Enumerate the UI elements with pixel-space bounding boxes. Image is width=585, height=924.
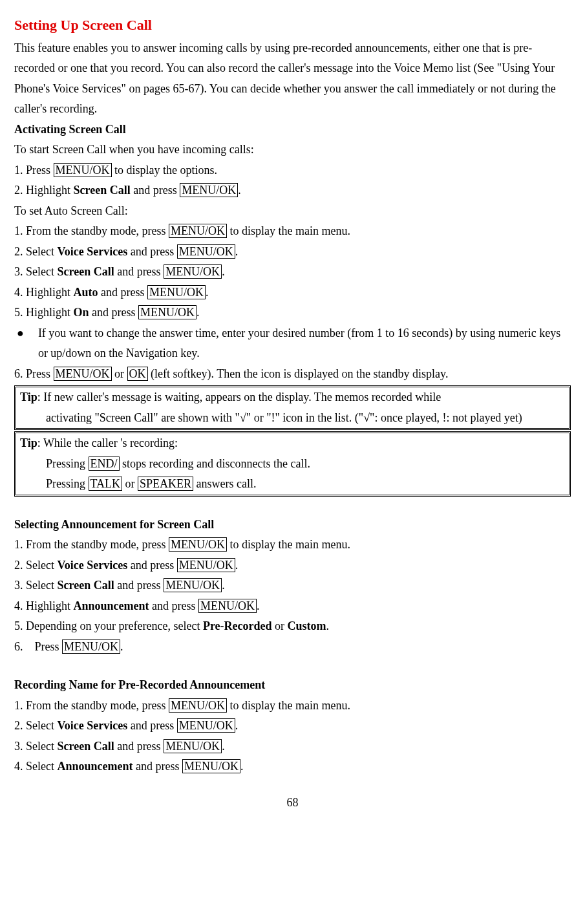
key-end: END/ xyxy=(89,457,120,471)
text: 1. From the standby mode, press xyxy=(14,224,169,237)
key-speaker: SPEAKER xyxy=(138,477,193,491)
text: and press xyxy=(127,245,176,258)
tip-box-1: Tip: If new caller's message is waiting,… xyxy=(14,385,571,430)
text: 3. Select xyxy=(14,579,57,592)
key-menuok: MENU/OK xyxy=(180,183,238,197)
sec1-line2: To set Auto Screen Call: xyxy=(14,201,571,222)
bullet-text: If you want to change the answer time, e… xyxy=(38,323,571,364)
intro-paragraph: This feature enables you to answer incom… xyxy=(14,38,571,120)
page-title: Setting Up Screen Call xyxy=(14,13,571,38)
text: and press xyxy=(127,559,176,572)
tip-box-2: Tip: While the caller 's recording: Pres… xyxy=(14,431,571,497)
text: 3. Select xyxy=(14,265,57,278)
bold-text: Screen Call xyxy=(74,184,131,197)
bold-text: Voice Services xyxy=(57,559,127,572)
sec3-step1: 1. From the standby mode, press MENU/OK … xyxy=(14,696,571,716)
text: 6. Press xyxy=(14,640,62,653)
bold-text: Announcement xyxy=(57,760,133,773)
sec2-step3: 3. Select Screen Call and press MENU/OK. xyxy=(14,575,571,596)
text: and press xyxy=(149,599,198,612)
key-menuok: MENU/OK xyxy=(54,163,112,177)
sec1-auto-step1: 1. From the standby mode, press MENU/OK … xyxy=(14,221,571,242)
bold-text: Screen Call xyxy=(57,740,114,753)
key-menuok: MENU/OK xyxy=(164,739,222,753)
text: and press xyxy=(114,579,164,592)
text: 2. Select xyxy=(14,719,57,732)
text: 5. Highlight xyxy=(14,306,74,319)
tip-line: Pressing TALK or SPEAKER answers call. xyxy=(20,474,565,495)
key-menuok: MENU/OK xyxy=(177,558,235,572)
bold-text: Announcement xyxy=(74,599,149,612)
dot: . xyxy=(235,559,239,572)
dot: . xyxy=(238,184,241,197)
key-menuok: MENU/OK xyxy=(62,639,120,654)
dot: . xyxy=(222,740,225,753)
dot: . xyxy=(206,286,209,299)
text: to display the main menu. xyxy=(227,538,350,551)
sec3-step4: 4. Select Announcement and press MENU/OK… xyxy=(14,757,571,777)
key-menuok: MENU/OK xyxy=(54,367,112,381)
sec1-auto-step3: 3. Select Screen Call and press MENU/OK. xyxy=(14,262,571,283)
bullet-icon: ● xyxy=(17,323,38,344)
text: 4. Highlight xyxy=(14,599,74,612)
text: Pressing xyxy=(46,457,89,470)
key-menuok: MENU/OK xyxy=(177,718,235,733)
text: 6. Press xyxy=(14,367,54,380)
text: 1. From the standby mode, press xyxy=(14,699,169,712)
sec3-step2: 2. Select Voice Services and press MENU/… xyxy=(14,716,571,736)
sec1-auto-step4: 4. Highlight Auto and press MENU/OK. xyxy=(14,283,571,303)
key-menuok: MENU/OK xyxy=(164,578,222,592)
sec2-step2: 2. Select Voice Services and press MENU/… xyxy=(14,555,571,576)
bullet-item: ● If you want to change the answer time,… xyxy=(14,323,571,364)
dot: . xyxy=(222,265,225,278)
text: 5. Depending on your preference, select xyxy=(14,619,203,632)
key-talk: TALK xyxy=(89,477,123,491)
sec1-step2: 2. Highlight Screen Call and press MENU/… xyxy=(14,180,571,201)
text: 3. Select xyxy=(14,740,57,753)
dot: . xyxy=(240,760,244,773)
sec1-auto-step5: 5. Highlight On and press MENU/OK. xyxy=(14,303,571,323)
key-menuok: MENU/OK xyxy=(164,264,222,279)
key-ok: OK xyxy=(127,367,148,381)
sec2-heading: Selecting Announcement for Screen Call xyxy=(14,515,571,535)
dot: . xyxy=(222,579,225,592)
sec1-step1: 1. Press MENU/OK to display the options. xyxy=(14,160,571,181)
bold-text: Screen Call xyxy=(57,579,114,592)
text: or xyxy=(112,367,127,380)
text: 2. Highlight xyxy=(14,184,74,197)
text: 4. Select xyxy=(14,760,57,773)
bold-text: Voice Services xyxy=(57,719,127,732)
text: and press xyxy=(133,760,182,773)
sec1-auto-step2: 2. Select Voice Services and press MENU/… xyxy=(14,242,571,263)
sec1-auto-step6: 6. Press MENU/OK or OK (left softkey). T… xyxy=(14,364,571,385)
key-menuok: MENU/OK xyxy=(169,224,227,238)
sec3-step3: 3. Select Screen Call and press MENU/OK. xyxy=(14,736,571,757)
key-menuok: MENU/OK xyxy=(147,285,206,299)
text: to display the options. xyxy=(112,164,218,177)
text: Pressing xyxy=(46,477,89,490)
sec2-step4: 4. Highlight Announcement and press MENU… xyxy=(14,596,571,617)
text: and press xyxy=(131,184,180,197)
tip-label: Tip xyxy=(20,387,37,408)
text: and press xyxy=(89,306,138,319)
text: to display the main menu. xyxy=(227,699,350,712)
key-menuok: MENU/OK xyxy=(169,537,227,552)
text: and press xyxy=(98,286,147,299)
key-menuok: MENU/OK xyxy=(138,305,197,319)
key-menuok: MENU/OK xyxy=(198,599,257,613)
dot: . xyxy=(235,245,239,258)
dot: . xyxy=(235,719,239,732)
text: or xyxy=(272,619,288,632)
key-menuok: MENU/OK xyxy=(182,759,240,773)
bold-text: Voice Services xyxy=(57,245,127,258)
bold-text: Pre-Recorded xyxy=(203,619,272,632)
sec3-heading: Recording Name for Pre-Recorded Announce… xyxy=(14,675,571,696)
dot: . xyxy=(197,306,200,319)
bold-text: Auto xyxy=(74,286,98,299)
bold-text: Screen Call xyxy=(57,265,114,278)
text: answers call. xyxy=(193,477,256,490)
key-menuok: MENU/OK xyxy=(177,244,235,259)
tip-text: : If new caller's message is waiting, ap… xyxy=(37,387,441,408)
tip-line: Pressing END/ stops recording and discon… xyxy=(20,454,565,475)
page-number: 68 xyxy=(14,793,571,813)
